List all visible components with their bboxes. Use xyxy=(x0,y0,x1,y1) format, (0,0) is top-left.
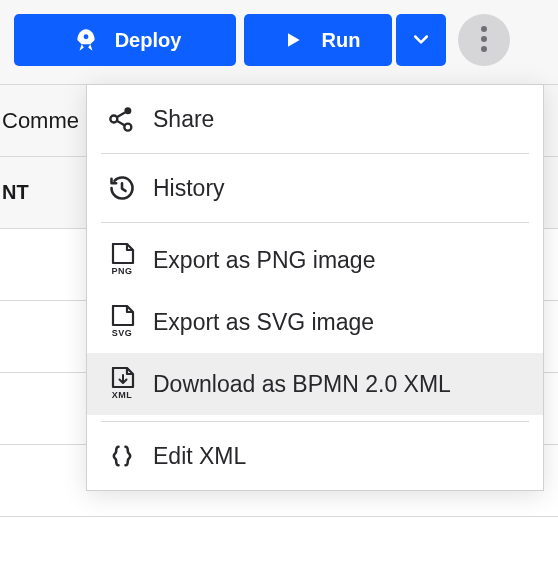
menu-item-export-png[interactable]: PNG Export as PNG image xyxy=(87,229,543,291)
file-xml-download-icon: XML xyxy=(105,367,139,401)
svg-point-2 xyxy=(481,36,487,42)
svg-point-3 xyxy=(481,46,487,52)
rocket-icon xyxy=(69,27,103,53)
actions-dropdown: Share History PNG xyxy=(86,84,544,491)
history-icon xyxy=(105,174,139,202)
menu-item-label: History xyxy=(153,175,225,202)
run-label: Run xyxy=(322,29,361,52)
svg-text:XML: XML xyxy=(112,390,133,400)
code-braces-icon xyxy=(105,442,139,470)
svg-line-8 xyxy=(117,121,125,126)
svg-line-7 xyxy=(117,113,125,118)
deploy-button[interactable]: Deploy xyxy=(14,14,236,66)
menu-item-label: Download as BPMN 2.0 XML xyxy=(153,371,451,398)
menu-item-export-svg[interactable]: SVG Export as SVG image xyxy=(87,291,543,353)
svg-point-5 xyxy=(110,116,117,123)
menu-item-label: Share xyxy=(153,106,214,133)
deploy-label: Deploy xyxy=(115,29,182,52)
file-svg-icon: SVG xyxy=(105,305,139,339)
menu-item-label: Edit XML xyxy=(153,443,246,470)
menu-item-edit-xml[interactable]: Edit XML xyxy=(87,428,543,484)
share-icon xyxy=(105,105,139,133)
menu-item-share[interactable]: Share xyxy=(87,91,543,147)
chevron-down-icon xyxy=(411,29,431,52)
run-button[interactable]: Run xyxy=(244,14,392,66)
more-actions-button[interactable] xyxy=(458,14,510,66)
svg-text:SVG: SVG xyxy=(112,328,133,338)
file-png-icon: PNG xyxy=(105,243,139,277)
svg-point-4 xyxy=(124,107,131,114)
play-icon xyxy=(276,30,310,50)
svg-point-0 xyxy=(83,34,88,39)
kebab-icon xyxy=(480,25,488,56)
svg-point-6 xyxy=(124,124,131,131)
table-row xyxy=(0,516,558,580)
toolbar: Deploy Run xyxy=(0,0,558,78)
menu-item-label: Export as PNG image xyxy=(153,247,375,274)
svg-point-1 xyxy=(481,26,487,32)
menu-item-history[interactable]: History xyxy=(87,160,543,216)
menu-item-label: Export as SVG image xyxy=(153,309,374,336)
menu-item-download-bpmn[interactable]: XML Download as BPMN 2.0 XML xyxy=(87,353,543,415)
svg-text:PNG: PNG xyxy=(111,266,132,276)
run-options-button[interactable] xyxy=(396,14,446,66)
